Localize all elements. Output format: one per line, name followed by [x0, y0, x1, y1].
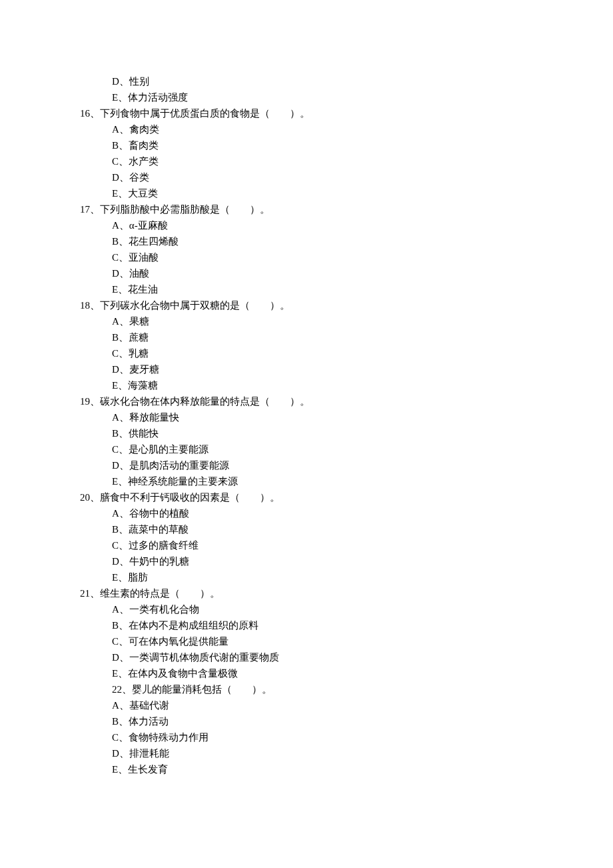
- option-text: D、排泄耗能: [80, 745, 533, 761]
- option-text: C、乳糖: [80, 345, 533, 361]
- option-text: A、释放能量快: [80, 409, 533, 425]
- option-text: B、蔗糖: [80, 329, 533, 345]
- option-text: E、海藻糖: [80, 377, 533, 393]
- option-text: E、大豆类: [80, 185, 533, 201]
- option-text: C、亚油酸: [80, 249, 533, 265]
- option-text: B、体力活动: [80, 713, 533, 729]
- question-text: 21、维生素的特点是（ ）。: [80, 585, 533, 601]
- option-text: C、可在体内氧化提供能量: [80, 633, 533, 649]
- option-text: C、过多的膳食纤维: [80, 537, 533, 553]
- question-text: 16、下列食物中属于优质蛋白质的食物是（ ）。: [80, 105, 533, 121]
- option-text: C、是心肌的主要能源: [80, 441, 533, 457]
- option-text: E、花生油: [80, 281, 533, 297]
- option-text: B、畜肉类: [80, 137, 533, 153]
- question-text: 18、下列碳水化合物中属于双糖的是（ ）。: [80, 297, 533, 313]
- option-text: E、体力活动强度: [80, 89, 533, 105]
- option-text: A、禽肉类: [80, 121, 533, 137]
- option-text: B、花生四烯酸: [80, 233, 533, 249]
- option-text: E、脂肪: [80, 569, 533, 585]
- option-text: A、谷物中的植酸: [80, 505, 533, 521]
- option-text: D、油酸: [80, 265, 533, 281]
- option-text: A、α-亚麻酸: [80, 217, 533, 233]
- option-text: A、基础代谢: [80, 697, 533, 713]
- option-text: E、在体内及食物中含量极微: [80, 665, 533, 681]
- question-text: 22、婴儿的能量消耗包括（ ）。: [80, 681, 533, 697]
- option-text: C、水产类: [80, 153, 533, 169]
- option-text: B、在体内不是构成组组织的原料: [80, 617, 533, 633]
- question-text: 20、膳食中不利于钙吸收的因素是（ ）。: [80, 489, 533, 505]
- option-text: B、蔬菜中的草酸: [80, 521, 533, 537]
- option-text: C、食物特殊动力作用: [80, 729, 533, 745]
- option-text: D、麦牙糖: [80, 361, 533, 377]
- option-text: B、供能快: [80, 425, 533, 441]
- option-text: D、是肌肉活动的重要能源: [80, 457, 533, 473]
- option-text: E、神经系统能量的主要来源: [80, 473, 533, 489]
- option-text: D、牛奶中的乳糖: [80, 553, 533, 569]
- question-text: 19、碳水化合物在体内释放能量的特点是（ ）。: [80, 393, 533, 409]
- option-text: D、谷类: [80, 169, 533, 185]
- option-text: D、性别: [80, 73, 533, 89]
- option-text: A、一类有机化合物: [80, 601, 533, 617]
- option-text: D、一类调节机体物质代谢的重要物质: [80, 649, 533, 665]
- option-text: A、果糖: [80, 313, 533, 329]
- document-page: D、性别E、体力活动强度16、下列食物中属于优质蛋白质的食物是（ ）。A、禽肉类…: [0, 0, 613, 817]
- question-text: 17、下列脂肪酸中必需脂肪酸是（ ）。: [80, 201, 533, 217]
- option-text: E、生长发育: [80, 761, 533, 777]
